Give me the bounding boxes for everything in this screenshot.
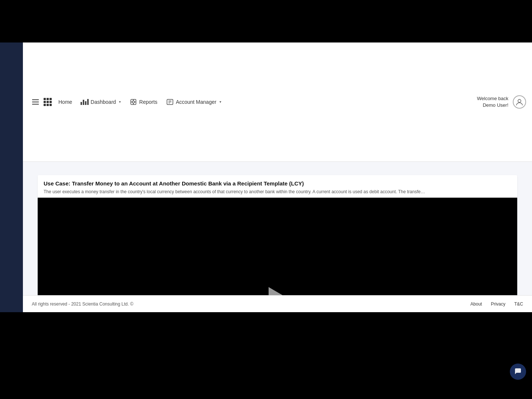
video-description: The user executes a money transfer in th… [44,189,511,195]
video-title: Use Case: Transfer Money to an Account a… [44,180,511,187]
video-card: Use Case: Transfer Money to an Account a… [38,175,517,296]
sidebar [0,42,23,312]
welcome-line2: Demo User! [477,102,508,109]
nav-item-dashboard[interactable]: Dashboard ▾ [76,95,125,109]
footer-links: About Privacy T&C [470,301,523,307]
hamburger-button[interactable] [29,95,42,109]
chat-bubble-button[interactable] [510,364,526,380]
footer-privacy-link[interactable]: Privacy [491,301,505,307]
account-manager-chevron-icon: ▾ [219,100,221,104]
reports-icon [130,98,137,106]
main-content: Use Case: Transfer Money to an Account a… [23,162,532,296]
user-avatar-button[interactable] [513,95,526,109]
dashboard-chevron-icon: ▾ [119,100,121,104]
top-black-bar [0,0,532,42]
footer-about-link[interactable]: About [470,301,482,307]
footer: All rights reserved - 2021 Scientia Cons… [23,295,532,312]
reports-label: Reports [139,99,157,105]
svg-point-10 [518,99,521,102]
footer-tnc-link[interactable]: T&C [514,301,523,307]
video-card-header: Use Case: Transfer Money to an Account a… [38,175,517,198]
nav-item-account-manager[interactable]: Account Manager ▾ [162,95,226,109]
nav-item-home[interactable]: Home [54,96,76,108]
account-manager-icon [166,98,174,106]
chart-icon [81,98,88,106]
nav-item-reports[interactable]: Reports [125,95,162,109]
bottom-black-bar [0,312,532,382]
app-wrapper: Home Dashboard ▾ [0,42,532,312]
dashboard-label: Dashboard [91,99,116,105]
navbar: Home Dashboard ▾ [23,42,532,162]
welcome-text: Welcome back Demo User! [477,95,508,109]
account-manager-label: Account Manager [176,99,216,105]
welcome-line1: Welcome back [477,95,508,102]
app-grid-button[interactable] [44,98,52,106]
hamburger-icon [32,99,39,105]
svg-point-1 [132,101,134,103]
grid-icon [44,98,52,106]
video-player[interactable] [38,198,517,295]
home-label: Home [58,99,72,105]
footer-copyright: All rights reserved - 2021 Scientia Cons… [32,301,133,307]
play-button-icon[interactable] [269,287,286,295]
nav-right: Welcome back Demo User! [477,95,526,109]
